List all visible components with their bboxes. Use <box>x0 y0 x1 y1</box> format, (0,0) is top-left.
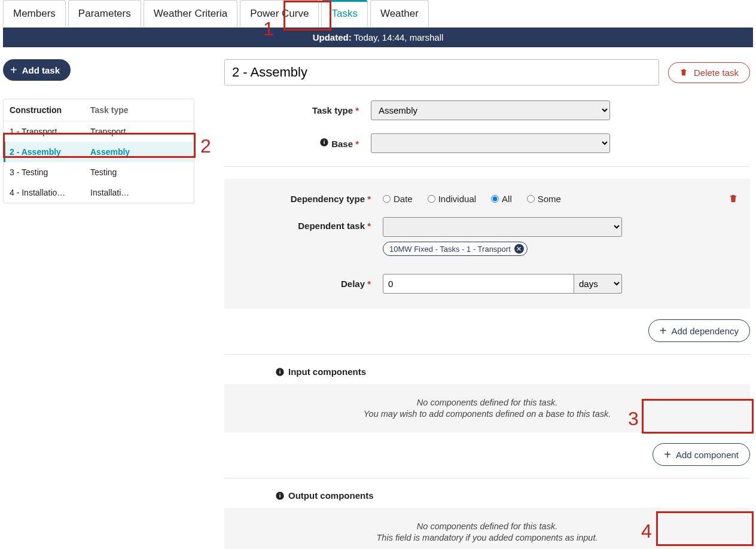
plus-icon: + <box>664 449 671 460</box>
tab-power-curve[interactable]: Power Curve <box>240 0 319 27</box>
delete-dependency-button[interactable] <box>728 194 738 205</box>
radio-individual[interactable]: Individual <box>428 194 476 204</box>
tab-weather[interactable]: Weather <box>370 0 429 27</box>
task-name: 2 - Assembly <box>10 147 90 157</box>
add-dependency-label: Add dependency <box>671 326 739 336</box>
task-name: 1 - Transport <box>10 127 90 136</box>
updated-bar: Updated: Today, 14:44, marshall <box>3 28 753 47</box>
radio-all[interactable]: All <box>491 194 512 204</box>
task-type: Installati… <box>90 188 188 197</box>
task-row[interactable]: 1 - Transport Transport <box>4 121 194 142</box>
dependent-task-chip: 10MW Fixed - Tasks - 1 - Transport ✕ <box>383 242 528 256</box>
updated-label: Updated: <box>313 32 352 42</box>
base-row: i Base * <box>224 133 750 153</box>
dependency-type-radios: Date Individual All Some <box>383 194 561 204</box>
delay-unit-select[interactable]: days <box>574 274 622 294</box>
delay-label: Delay * <box>236 279 371 289</box>
task-type: Testing <box>90 167 188 177</box>
task-name: 3 - Testing <box>10 167 90 177</box>
main-panel: Delete task Task type * Assembly i Base … <box>224 59 753 549</box>
add-task-label: Add task <box>22 65 60 75</box>
task-col-type: Task type <box>90 105 188 115</box>
input-components-empty: No components defined for this task. You… <box>224 384 750 432</box>
annotation-number: 1 <box>263 18 274 40</box>
add-component-button[interactable]: + Add component <box>653 443 750 466</box>
sidebar: + Add task Construction Task type 1 - Tr… <box>3 59 194 549</box>
base-label: i Base * <box>224 138 359 149</box>
trash-icon <box>728 194 738 203</box>
updated-value: Today, 14:44, marshall <box>354 32 444 42</box>
tab-weather-criteria[interactable]: Weather Criteria <box>144 0 237 27</box>
chip-remove-icon[interactable]: ✕ <box>514 244 524 254</box>
task-row[interactable]: 2 - Assembly Assembly <box>4 142 194 162</box>
dependent-task-select[interactable] <box>383 217 622 237</box>
main-tabs: Members Parameters Weather Criteria Powe… <box>0 0 756 28</box>
trash-icon <box>679 68 688 77</box>
annotation-number: 4 <box>641 520 652 542</box>
dependency-type-label: Dependency type * <box>236 194 371 204</box>
task-type-select[interactable]: Assembly <box>371 100 610 120</box>
task-list-header: Construction Task type <box>4 99 194 121</box>
radio-date[interactable]: Date <box>383 194 413 204</box>
info-icon: i <box>275 491 285 501</box>
add-dependency-button[interactable]: + Add dependency <box>648 319 750 342</box>
tab-tasks[interactable]: Tasks <box>321 0 367 27</box>
svg-text:i: i <box>324 139 325 145</box>
task-type-label: Task type * <box>224 105 359 115</box>
dependent-task-label: Dependent task * <box>236 217 371 231</box>
annotation-number: 2 <box>200 135 211 157</box>
input-components-heading: i Input components <box>275 367 750 377</box>
task-list: Construction Task type 1 - Transport Tra… <box>3 99 194 203</box>
add-task-button[interactable]: + Add task <box>3 59 71 81</box>
radio-some[interactable]: Some <box>527 194 561 204</box>
plus-icon: + <box>660 325 667 337</box>
output-components-empty: No components defined for this task. Thi… <box>224 508 750 549</box>
dependency-box: Dependency type * Date Individual All So… <box>224 179 750 309</box>
annotation-number: 3 <box>628 408 639 430</box>
task-row[interactable]: 4 - Installatio… Installati… <box>4 182 194 203</box>
svg-text:i: i <box>279 493 281 499</box>
tab-parameters[interactable]: Parameters <box>68 0 141 27</box>
task-type: Assembly <box>90 147 188 157</box>
delete-task-label: Delete task <box>694 68 739 78</box>
svg-text:i: i <box>279 369 281 375</box>
base-select[interactable] <box>371 133 610 153</box>
delay-input[interactable] <box>383 274 574 294</box>
task-title-input[interactable] <box>224 59 659 86</box>
chip-label: 10MW Fixed - Tasks - 1 - Transport <box>389 245 511 254</box>
task-type-row: Task type * Assembly <box>224 100 750 120</box>
delete-task-button[interactable]: Delete task <box>668 62 750 83</box>
tab-members[interactable]: Members <box>3 0 66 27</box>
task-name: 4 - Installatio… <box>10 188 90 197</box>
task-type: Transport <box>90 127 188 136</box>
task-col-construction: Construction <box>10 105 90 115</box>
add-component-label: Add component <box>676 450 739 460</box>
info-icon: i <box>275 367 285 377</box>
info-icon: i <box>319 138 329 147</box>
output-components-heading: i Output components <box>275 490 750 501</box>
plus-icon: + <box>10 64 17 76</box>
task-row[interactable]: 3 - Testing Testing <box>4 162 194 182</box>
